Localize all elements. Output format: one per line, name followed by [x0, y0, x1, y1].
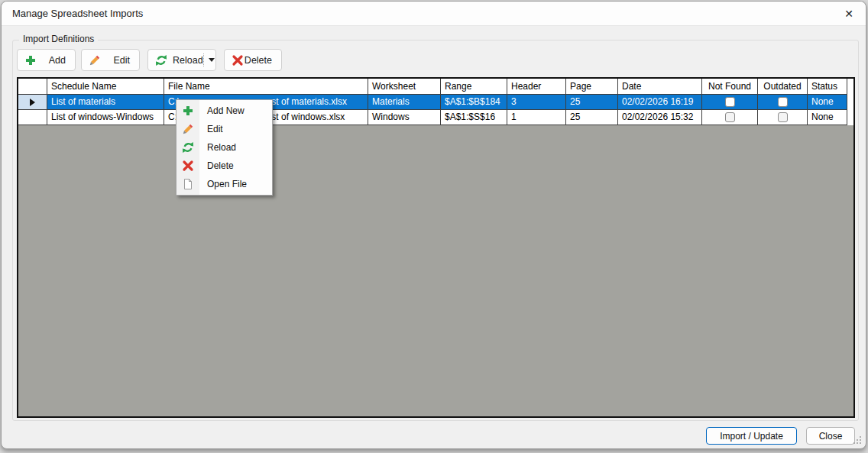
header-worksheet[interactable]: Worksheet: [368, 79, 441, 95]
reload-button-label: Reload: [173, 55, 203, 66]
split-divider: [203, 53, 204, 66]
outdated-cell[interactable]: [758, 95, 808, 110]
row-selector-cell[interactable]: [18, 95, 47, 110]
schedule-name-cell[interactable]: List of materials: [47, 95, 164, 110]
header-page[interactable]: Page: [566, 79, 618, 95]
date-cell[interactable]: 02/02/2026 15:32: [618, 110, 702, 125]
header-row-cell[interactable]: 3: [507, 95, 566, 110]
menu-item-label: Edit: [207, 124, 223, 134]
delete-button-label: Delete: [245, 55, 272, 66]
plus-icon: [182, 105, 194, 117]
table-row[interactable]: List of windows-Windows C:\st of windows…: [18, 110, 847, 125]
window-title: Manage Spreadsheet Imports: [12, 8, 143, 19]
not-found-cell[interactable]: [702, 95, 758, 110]
header-not-found[interactable]: Not Found: [702, 79, 758, 95]
close-button[interactable]: Close: [806, 427, 855, 445]
delete-x-icon: [182, 160, 194, 172]
menu-item-reload[interactable]: Reload: [177, 138, 272, 157]
header-status[interactable]: Status: [808, 79, 847, 95]
grid-header-row: Schedule Name File Name Worksheet Range …: [18, 79, 847, 95]
dialog-window: Manage Spreadsheet Imports ✕ Import Defi…: [1, 1, 866, 449]
header-row-cell[interactable]: 1: [507, 110, 566, 125]
edit-button[interactable]: Edit: [81, 49, 140, 71]
delete-x-icon: [232, 54, 244, 66]
plus-icon: [24, 54, 37, 66]
groupbox-label: Import Definitions: [19, 34, 98, 44]
row-selector-cell[interactable]: [18, 110, 47, 125]
header-header[interactable]: Header: [507, 79, 566, 95]
current-row-pointer-icon: [30, 99, 35, 106]
menu-item-delete[interactable]: Delete: [177, 157, 272, 175]
grid-filler-strip: [847, 79, 853, 125]
table-row[interactable]: List of materials C:\st of materials.xls…: [18, 95, 847, 110]
reload-icon: [155, 54, 167, 66]
import-update-label: Import / Update: [720, 431, 783, 442]
outdated-cell[interactable]: [758, 110, 808, 125]
imports-grid: Schedule Name File Name Worksheet Range …: [17, 77, 855, 418]
edit-button-label: Edit: [113, 55, 130, 66]
menu-item-open-file[interactable]: Open File: [177, 175, 272, 193]
menu-item-label: Delete: [207, 160, 234, 171]
worksheet-cell[interactable]: Windows: [368, 110, 441, 125]
menu-item-label: Add New: [207, 105, 245, 116]
document-icon: [182, 178, 194, 190]
header-date[interactable]: Date: [618, 79, 702, 95]
file-path-tail: st of materials.xlsx: [271, 96, 347, 107]
outdated-checkbox[interactable]: [778, 112, 788, 122]
delete-button[interactable]: Delete: [224, 49, 282, 71]
pencil-icon: [89, 54, 101, 66]
date-cell[interactable]: 02/02/2026 16:19: [618, 95, 702, 110]
title-bar: Manage Spreadsheet Imports ✕: [2, 2, 866, 26]
outdated-checkbox[interactable]: [778, 97, 788, 107]
menu-item-label: Open File: [207, 179, 247, 189]
reload-split-button[interactable]: Reload: [147, 49, 216, 71]
schedule-name-cell[interactable]: List of windows-Windows: [47, 110, 164, 125]
menu-item-edit[interactable]: Edit: [177, 120, 272, 138]
add-button-label: Add: [49, 55, 66, 66]
not-found-checkbox[interactable]: [725, 97, 735, 107]
add-button[interactable]: Add: [17, 49, 76, 71]
header-row-selector: [18, 79, 47, 95]
reload-icon: [182, 141, 194, 154]
header-schedule-name[interactable]: Schedule Name: [47, 79, 164, 95]
import-update-button[interactable]: Import / Update: [706, 427, 797, 445]
not-found-cell[interactable]: [702, 110, 758, 125]
header-range[interactable]: Range: [441, 79, 507, 95]
worksheet-cell[interactable]: Materials: [368, 95, 441, 110]
resize-grip[interactable]: [853, 435, 862, 445]
range-cell[interactable]: $A$1:$S$16: [441, 110, 507, 125]
range-cell[interactable]: $A$1:$B$184: [441, 95, 507, 110]
page-cell[interactable]: 25: [566, 95, 618, 110]
status-cell[interactable]: None: [808, 95, 847, 110]
header-file-name[interactable]: File Name: [164, 79, 368, 95]
close-button-label: Close: [819, 431, 843, 442]
close-icon[interactable]: ✕: [840, 5, 858, 22]
menu-item-add-new[interactable]: Add New: [177, 102, 272, 120]
header-outdated[interactable]: Outdated: [758, 79, 808, 95]
chevron-down-icon[interactable]: [209, 58, 215, 62]
status-cell[interactable]: None: [808, 110, 847, 125]
page-cell[interactable]: 25: [566, 110, 618, 125]
pencil-icon: [182, 123, 194, 135]
menu-item-label: Reload: [207, 142, 236, 153]
not-found-checkbox[interactable]: [725, 112, 735, 122]
context-menu: Add New Edit Reload Delete: [176, 99, 273, 196]
file-path-tail: st of windows.xlsx: [271, 112, 345, 122]
